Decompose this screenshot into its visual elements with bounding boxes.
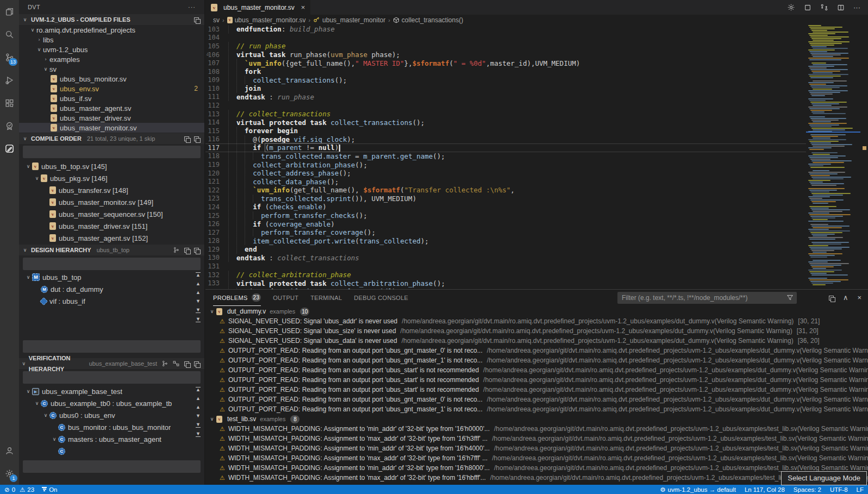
tree-item[interactable]: ∨ v ubus_pkg.sv [146] (19, 172, 204, 184)
compile-order-filter-input[interactable] (23, 146, 201, 158)
errors-warnings-status[interactable]: ⊘ 0 ⚠ 23 (4, 486, 34, 493)
tree-item[interactable]: vif : ubus_if (19, 295, 204, 307)
tree-item[interactable]: ∨ C masters : ubus_master_agent (19, 433, 204, 445)
collapse-all-icon[interactable] (194, 361, 199, 366)
design-hierarchy-secondary-input[interactable] (23, 340, 201, 353)
problem-row[interactable]: ⚠ OUTPUT_PORT_READ: Reading from an outp… (205, 385, 868, 395)
activitybar-search[interactable] (0, 23, 19, 46)
code-line[interactable]: 121 collect_data_phase(); (205, 177, 806, 186)
scroll-to-top-icon[interactable]: ▲ (196, 272, 201, 278)
verification-hierarchy-filter-input[interactable] (23, 371, 201, 384)
section-design-hierarchy-header[interactable]: ∨ DESIGN HIERARCHY ubus_tb_top (19, 245, 204, 255)
problem-row[interactable]: ⚠ OUTPUT_PORT_READ: Reading from an outp… (205, 355, 868, 365)
problem-row[interactable]: ⚠ WIDTH_MISMATCH_PADDING: Assignment to … (205, 443, 868, 453)
activitybar-extensions[interactable] (0, 91, 19, 114)
code-line[interactable]: 120 collect_address_phase(); (205, 169, 806, 178)
eol-status[interactable]: LF (857, 486, 864, 493)
down-icon[interactable]: ▼ (196, 299, 201, 304)
close-icon[interactable]: × (301, 3, 305, 11)
up-icon[interactable]: ▲ (196, 405, 201, 410)
tree-item[interactable]: v ubus_master_driver.sv (19, 113, 204, 123)
tree-item[interactable]: › examples (19, 54, 204, 64)
page-up-icon[interactable]: ▲ (196, 396, 201, 401)
panel-tab-output[interactable]: OUTPUT (273, 290, 298, 306)
problem-row[interactable]: ⚠ OUTPUT_PORT_READ: Reading from an outp… (205, 395, 868, 404)
code-line[interactable]: 108 fork (205, 67, 806, 76)
code-line[interactable]: 116 @(posedge vif.sig_clock); (205, 135, 806, 144)
cursor-position-status[interactable]: Ln 117, Col 28 (745, 486, 785, 493)
code-line[interactable]: 129 end (205, 245, 806, 254)
problem-row[interactable]: ⚠ WIDTH_MISMATCH_PADDING: Assignment to … (205, 424, 868, 434)
problem-row[interactable]: ⚠ SIGNAL_NEVER_USED: Signal 'ubus_addr' … (205, 316, 868, 326)
tree-item[interactable]: M dut : dut_dummy (19, 283, 204, 295)
split-editor-icon[interactable] (837, 4, 845, 11)
problem-row[interactable]: ⚠ OUTPUT_PORT_READ: Reading from an outp… (205, 346, 868, 355)
code-line[interactable]: 104 (205, 34, 806, 42)
page-down-icon[interactable]: ▼ (196, 308, 201, 313)
open-changes-icon[interactable] (820, 3, 828, 11)
activitybar-account[interactable] (0, 439, 19, 462)
problem-row[interactable]: ⚠ SIGNAL_NEVER_USED: Signal 'ubus_size' … (205, 326, 868, 336)
ports-icon[interactable] (173, 360, 179, 367)
breadcrumb-item[interactable]: ubus_master_monitor (313, 16, 385, 24)
panel-tab-debug-console[interactable]: DEBUG CONSOLE (354, 290, 408, 306)
code-line[interactable]: 131 (205, 262, 806, 271)
code-line[interactable]: 107 `uvm_info({get_full_name()," MASTER … (205, 59, 806, 67)
collapse-all-icon[interactable] (194, 248, 199, 253)
code-line[interactable]: 133 virtual protected task collect_arbit… (205, 279, 806, 287)
code-line[interactable]: 103 endfunction: build_phase (205, 25, 806, 34)
close-panel-icon[interactable]: × (857, 293, 861, 302)
panel-tab-terminal[interactable]: TERMINAL (310, 290, 342, 306)
tree-item[interactable]: ∨ uvm-1.2_ubus (19, 45, 204, 54)
code-line[interactable]: 109 collect_transactions(); (205, 76, 806, 84)
hierarchy-fork-icon[interactable] (173, 247, 179, 253)
tree-item[interactable]: ∨ v ubus_tb_top.sv [145] (19, 160, 204, 172)
more-actions-icon[interactable]: ··· (853, 3, 860, 11)
code-line[interactable]: 132 // collect_arbitration_phase (205, 271, 806, 279)
activitybar-dvt-verification[interactable] (0, 114, 19, 137)
scroll-to-bottom-icon[interactable]: ▼ (196, 432, 201, 437)
problem-group-row[interactable]: ∨ v dut_dummy.v examples 10 (205, 307, 868, 316)
activitybar-settings[interactable]: 1 (0, 462, 19, 485)
collapse-all-icon[interactable] (194, 136, 199, 141)
tree-item[interactable]: ∨ C ubus0 : ubus_env (19, 409, 204, 421)
tree-item[interactable]: C (19, 445, 204, 457)
more-actions-icon[interactable]: ··· (188, 0, 196, 14)
activitybar-dvt-editor[interactable] (0, 137, 19, 160)
activitybar-explorer[interactable] (0, 0, 19, 23)
tree-item[interactable]: v ubus_master_agent.sv (19, 103, 204, 113)
hierarchy-fork-icon[interactable] (161, 360, 168, 367)
tree-item[interactable]: › libs (19, 35, 204, 45)
section-compile-order-header[interactable]: ∨ COMPILE ORDER 21 total, 23 unique, 1 s… (19, 133, 204, 144)
activitybar-source-control[interactable]: 13 (0, 46, 19, 68)
section-compiled-files-header[interactable]: ∨ UVM-1.2_UBUS - COMPILED FILES (19, 14, 204, 25)
tree-item[interactable]: v ubus_if.sv (19, 93, 204, 103)
scroll-to-bottom-icon[interactable]: ▼ (196, 317, 201, 322)
problem-row[interactable]: ⚠ OUTPUT_PORT_READ: Reading from an outp… (205, 404, 868, 414)
tab-ubus-master-monitor[interactable]: v ubus_master_monitor.sv × (205, 0, 310, 15)
code-line[interactable]: 127 perform_transfer_coverage(); (205, 228, 806, 237)
tree-item[interactable]: C bus_monitor : ubus_bus_monitor (19, 421, 204, 433)
code-line[interactable]: 118 trans_collected.master = m_parent.ge… (205, 152, 806, 161)
problem-row[interactable]: ⚠ WIDTH_MISMATCH_PADDING: Assignment to … (205, 453, 868, 463)
problem-group-row[interactable]: ∨ v test_lib.sv examples 8 (205, 414, 868, 424)
section-verification-hierarchy-header[interactable]: ∨ VERIFICATION HIERARCHY ubus_example_ba… (19, 358, 204, 369)
tree-item[interactable]: ∨ M ubus_tb_top (19, 271, 204, 283)
problem-row[interactable]: ⚠ OUTPUT_PORT_READ: Reading from an outp… (205, 365, 868, 375)
tree-item[interactable]: v ubus_master_monitor.sv (19, 123, 204, 133)
code-line[interactable]: 130 endtask : collect_transactions (205, 254, 806, 262)
code-line[interactable]: 124 if (checks_enable) (205, 203, 806, 211)
panel-tab-problems[interactable]: PROBLEMS23 (213, 290, 261, 306)
code-line[interactable]: 110 join (205, 84, 806, 93)
up-icon[interactable]: ▲ (196, 290, 201, 295)
down-icon[interactable]: ▼ (196, 414, 201, 418)
page-up-icon[interactable]: ▲ (196, 282, 201, 286)
breadcrumb-item[interactable]: vubus_master_monitor.sv (227, 16, 306, 24)
workspace-config-status[interactable]: ⚙ uvm-1.2_ubus → default (660, 486, 736, 493)
problem-row[interactable]: ⚠ SIGNAL_NEVER_USED: Signal 'ubus_data' … (205, 336, 868, 346)
problem-row[interactable]: ⚠ WIDTH_MISMATCH_PADDING: Assignment to … (205, 434, 868, 443)
maximize-panel-icon[interactable]: ∧ (843, 293, 848, 302)
problem-row[interactable]: ⚠ WIDTH_MISMATCH_PADDING: Assignment to … (205, 473, 868, 483)
code-line[interactable]: 114 virtual protected task collect_trans… (205, 118, 806, 127)
breadcrumb-item[interactable]: collect_transactions() (393, 16, 463, 24)
